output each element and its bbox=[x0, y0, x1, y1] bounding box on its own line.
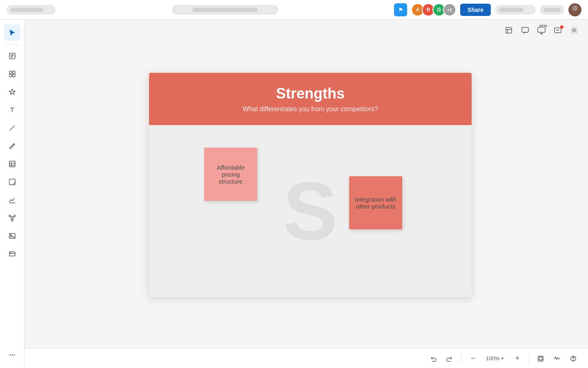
line-tool[interactable] bbox=[4, 120, 20, 136]
activity-button[interactable] bbox=[550, 352, 564, 365]
svg-rect-2 bbox=[506, 27, 512, 33]
svg-rect-44 bbox=[538, 356, 543, 361]
svg-rect-16 bbox=[13, 71, 15, 74]
left-sidebar bbox=[0, 20, 24, 368]
svg-point-41 bbox=[9, 355, 11, 356]
present-icon-btn[interactable]: BETA bbox=[534, 24, 549, 38]
top-bar-center bbox=[56, 5, 394, 15]
settings-icon bbox=[570, 26, 578, 36]
current-user-avatar bbox=[568, 3, 581, 16]
canvas-area[interactable]: Strengths What differentiates you from y… bbox=[24, 20, 588, 348]
slide-subtitle: What differentiates you from your compet… bbox=[157, 105, 463, 113]
pen-tool[interactable] bbox=[4, 138, 20, 154]
pages-icon-btn[interactable] bbox=[501, 24, 516, 38]
slide-header: Strengths What differentiates you from y… bbox=[149, 73, 472, 125]
components-tool[interactable] bbox=[4, 66, 20, 82]
svg-rect-6 bbox=[538, 27, 545, 32]
background-letter: S bbox=[283, 170, 337, 252]
notification-badge bbox=[560, 25, 564, 29]
svg-point-30 bbox=[9, 215, 11, 217]
present-icon bbox=[537, 26, 546, 36]
select-tool[interactable] bbox=[4, 25, 20, 41]
zoom-out-icon: − bbox=[470, 354, 475, 363]
table-tool[interactable] bbox=[4, 156, 20, 172]
zoom-level-display[interactable]: 100% bbox=[483, 354, 508, 363]
zoom-in-button[interactable]: + bbox=[511, 352, 524, 365]
top-bar-pill-1[interactable] bbox=[495, 5, 536, 15]
svg-line-33 bbox=[11, 216, 11, 217]
bottom-divider-1 bbox=[461, 354, 461, 364]
svg-point-31 bbox=[14, 215, 16, 217]
slide-body: S Affordable pricing structure Integrati… bbox=[149, 125, 472, 297]
top-bar: ⚑ A R G +1 Share bbox=[0, 0, 588, 20]
svg-rect-38 bbox=[9, 252, 15, 256]
svg-point-0 bbox=[572, 5, 578, 11]
top-bar-right: ⚑ A R G +1 Share bbox=[394, 3, 581, 16]
sticky-note-1-text: Affordable pricing structure bbox=[209, 164, 252, 185]
toolbar-icons-row: BETA bbox=[501, 24, 581, 38]
embed-tool[interactable] bbox=[4, 246, 20, 262]
svg-rect-5 bbox=[522, 27, 528, 32]
flag-button[interactable]: ⚑ bbox=[394, 3, 407, 16]
svg-rect-18 bbox=[13, 74, 15, 77]
share-button[interactable]: Share bbox=[460, 4, 491, 16]
star-tool[interactable] bbox=[4, 84, 20, 100]
zoom-in-icon: + bbox=[515, 354, 520, 363]
chart-tool[interactable] bbox=[4, 192, 20, 208]
svg-line-21 bbox=[10, 126, 15, 130]
svg-line-34 bbox=[13, 216, 14, 217]
svg-point-46 bbox=[573, 360, 574, 360]
sticky-note-tool[interactable] bbox=[4, 174, 20, 190]
notes-tool[interactable] bbox=[4, 48, 20, 64]
top-bar-pill-2[interactable] bbox=[540, 5, 564, 15]
fit-to-screen-button[interactable] bbox=[534, 352, 547, 365]
avatar-extra-count: +1 bbox=[443, 3, 456, 16]
svg-point-10 bbox=[573, 29, 575, 31]
zoom-out-button[interactable]: − bbox=[466, 352, 479, 365]
svg-line-22 bbox=[13, 144, 14, 145]
breadcrumb[interactable] bbox=[7, 5, 56, 15]
svg-rect-23 bbox=[9, 161, 15, 167]
slide-container: Strengths What differentiates you from y… bbox=[149, 73, 472, 297]
avatar-group: A R G +1 bbox=[411, 3, 456, 16]
bottom-toolbar: − 100% + bbox=[24, 348, 588, 368]
sidebar-divider-1 bbox=[6, 44, 19, 45]
bottom-divider-2 bbox=[529, 354, 529, 364]
svg-point-32 bbox=[11, 220, 13, 221]
svg-point-1 bbox=[570, 11, 580, 16]
image-tool[interactable] bbox=[4, 228, 20, 244]
more-tool[interactable] bbox=[4, 347, 20, 363]
comments-icon-btn[interactable] bbox=[518, 24, 532, 38]
help-button[interactable] bbox=[567, 352, 580, 365]
document-title[interactable] bbox=[172, 5, 278, 15]
svg-point-43 bbox=[13, 355, 15, 356]
comments-icon bbox=[521, 26, 529, 36]
beta-badge: BETA bbox=[539, 25, 548, 27]
text-tool[interactable] bbox=[4, 102, 20, 118]
zoom-level-text: 100% bbox=[486, 355, 499, 361]
undo-button[interactable] bbox=[427, 352, 440, 365]
settings-icon-btn[interactable] bbox=[567, 24, 581, 38]
share-view-icon-btn[interactable] bbox=[550, 24, 565, 38]
sticky-note-2[interactable]: Integration with other products bbox=[349, 176, 402, 229]
flag-icon: ⚑ bbox=[398, 7, 403, 13]
svg-rect-17 bbox=[9, 74, 12, 77]
svg-rect-27 bbox=[9, 179, 15, 185]
sticky-note-2-text: Integration with other products bbox=[354, 196, 397, 210]
svg-point-42 bbox=[11, 355, 13, 356]
slide-title: Strengths bbox=[157, 85, 463, 102]
diagram-tool[interactable] bbox=[4, 210, 20, 226]
svg-rect-15 bbox=[9, 71, 12, 74]
pages-icon bbox=[505, 26, 513, 36]
sticky-note-1[interactable]: Affordable pricing structure bbox=[204, 148, 257, 201]
top-bar-left bbox=[7, 5, 56, 15]
redo-button[interactable] bbox=[443, 352, 456, 365]
